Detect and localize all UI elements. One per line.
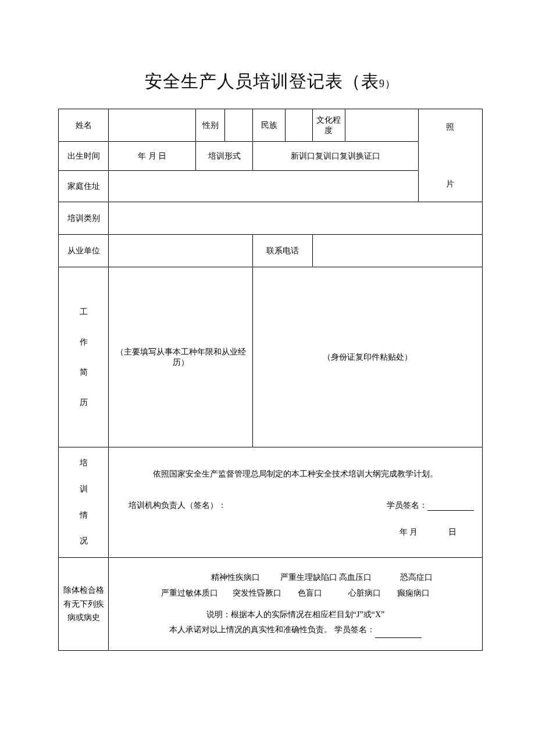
label-health: 除体检合格有无下列疾病或病史 (59, 558, 109, 651)
student-sign-label: 学员签名： (387, 501, 427, 510)
student-sign-line[interactable] (427, 502, 474, 511)
page-title: 安全生产人员培训登记表（表9） (58, 70, 483, 94)
field-train-situation[interactable]: 依照国家安全生产监督管理总局制定的本工种安全技术培训大纲完成教学计划。 培训机构… (109, 447, 483, 558)
label-train-form: 培训形式 (196, 142, 253, 171)
label-edu: 文化程度 (312, 109, 345, 142)
label-gender: 性别 (196, 109, 225, 142)
field-edu[interactable] (345, 109, 418, 142)
field-train-form[interactable]: 新训口复训口复训换证口 (253, 142, 418, 171)
train-org-sign-label: 培训机构负责人（签名）： (111, 500, 226, 511)
field-health[interactable]: 精神性疾病口 严重生理缺陷口 高血压口 恐高症口 严重过敏体质口 突发性昏厥口 … (109, 558, 483, 651)
id-copy-area[interactable]: （身份证复印件粘贴处） (253, 267, 483, 447)
label-birth: 出生时间 (59, 142, 109, 171)
health-note-1: 说明：根据本人的实际情况在相应栏目划“J”或“X” (111, 607, 480, 623)
health-row-1: 精神性疾病口 严重生理缺陷口 高血压口 恐高症口 (111, 570, 480, 586)
health-note-2: 本人承诺对以上情况的真实性和准确性负责。 学员签名： (111, 622, 480, 638)
field-birth[interactable]: 年 月 日 (109, 142, 196, 171)
field-addr[interactable] (109, 171, 419, 202)
field-phone[interactable] (312, 235, 482, 267)
field-ethnic[interactable] (286, 109, 312, 142)
train-statement: 依照国家安全生产监督管理总局制定的本工种安全技术培训大纲完成教学计划。 (111, 469, 480, 479)
title-main: 安全生产人员培训登记表（表 (145, 71, 379, 91)
title-sub: 9） (379, 78, 396, 89)
health-sign-line[interactable] (375, 629, 422, 638)
health-row-2: 严重过敏体质口 突发性昏厥口 色盲口 心脏病口 癫痫病口 (111, 586, 480, 601)
label-employer: 从业单位 (59, 235, 109, 267)
photo-area[interactable]: 照片 (418, 109, 482, 202)
date-d: 日 (448, 528, 456, 536)
field-employer[interactable] (109, 235, 253, 267)
registration-table: 姓名 性别 民族 文化程度 照片 出生时间 年 月 日 培训形式 新训口复训口复… (58, 109, 483, 651)
label-ethnic: 民族 (253, 109, 286, 142)
label-work-history: 工作简历 (59, 267, 109, 447)
field-work-history[interactable]: （主要填写从事本工种年限和从业经历） (109, 267, 253, 447)
label-train-cat: 培训类别 (59, 202, 109, 235)
label-addr: 家庭住址 (59, 171, 109, 202)
label-name: 姓名 (59, 109, 109, 142)
label-phone: 联系电话 (253, 235, 312, 267)
field-train-cat[interactable] (109, 202, 483, 235)
label-train-situation: 培训情况 (59, 447, 109, 558)
date-ym: 年 月 (400, 528, 418, 536)
field-name[interactable] (109, 109, 196, 142)
field-gender[interactable] (225, 109, 253, 142)
